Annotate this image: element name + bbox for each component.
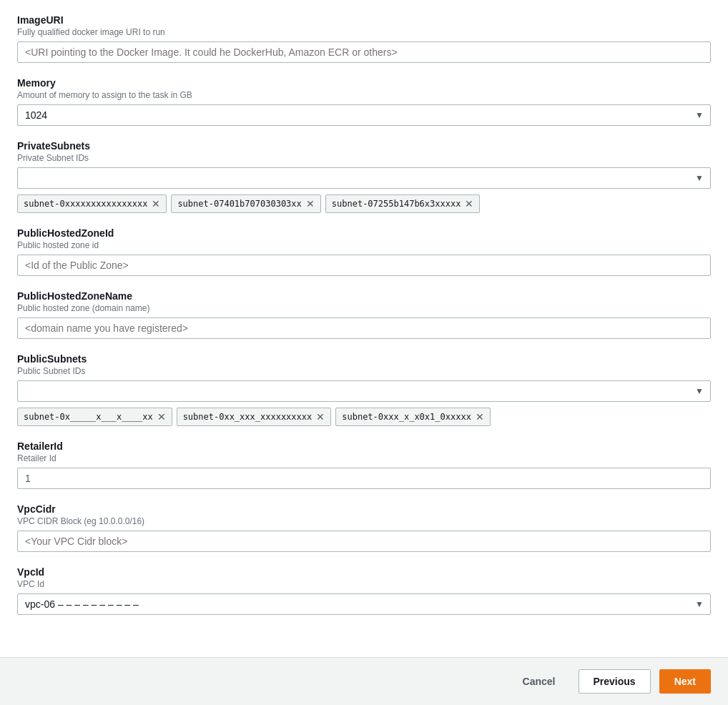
previous-button[interactable]: Previous	[579, 669, 651, 694]
public-subnets-select[interactable]	[17, 380, 711, 402]
private-subnets-select[interactable]	[17, 167, 711, 189]
public-hosted-zone-name-description: Public hosted zone (domain name)	[17, 303, 711, 313]
vpc-cidr-description: VPC CIDR Block (eg 10.0.0.0/16)	[17, 516, 711, 526]
public-hosted-zone-id-label: PublicHostedZoneId	[17, 227, 711, 239]
retailer-id-input[interactable]	[17, 468, 711, 489]
memory-select-wrapper: 512 1024 2048 4096 ▼	[17, 104, 711, 126]
next-button[interactable]: Next	[659, 669, 711, 694]
private-subnets-field-group: PrivateSubnets Private Subnet IDs ▼ subn…	[17, 140, 711, 213]
form-content: ImageURI Fully qualified docker image UR…	[0, 0, 728, 657]
vpc-cidr-label: VpcCidr	[17, 503, 711, 515]
public-hosted-zone-id-field-group: PublicHostedZoneId Public hosted zone id	[17, 227, 711, 276]
public-subnet-tag-2-close[interactable]: ✕	[316, 411, 325, 423]
retailer-id-description: Retailer Id	[17, 453, 711, 463]
private-subnets-label: PrivateSubnets	[17, 140, 711, 152]
public-subnets-select-wrapper: ▼	[17, 380, 711, 402]
private-subnets-select-wrapper: ▼	[17, 167, 711, 189]
public-hosted-zone-name-field-group: PublicHostedZoneName Public hosted zone …	[17, 290, 711, 339]
retailer-id-field-group: RetailerId Retailer Id	[17, 440, 711, 489]
public-subnet-tag-1: subnet-0x_____x___x____xx ✕	[17, 408, 172, 426]
public-hosted-zone-id-description: Public hosted zone id	[17, 240, 711, 250]
public-subnet-tag-3-text: subnet-0xxx_x_x0x1_0xxxxx	[342, 412, 471, 422]
memory-field-group: Memory Amount of memory to assign to the…	[17, 77, 711, 126]
private-subnets-tags: subnet-0xxxxxxxxxxxxxxxx ✕ subnet-07401b…	[17, 194, 711, 213]
cancel-button[interactable]: Cancel	[508, 670, 570, 693]
vpc-id-field-group: VpcId VPC Id vpc-06 – – – – – – – – – – …	[17, 566, 711, 615]
private-subnet-tag-1-text: subnet-0xxxxxxxxxxxxxxxx	[24, 199, 147, 209]
vpc-cidr-input[interactable]	[17, 531, 711, 552]
vpc-id-select[interactable]: vpc-06 – – – – – – – – – –	[17, 593, 711, 615]
imageuri-description: Fully qualified docker image URI to run	[17, 27, 711, 37]
public-subnet-tag-3: subnet-0xxx_x_x0x1_0xxxxx ✕	[335, 408, 491, 426]
public-subnets-tags: subnet-0x_____x___x____xx ✕ subnet-0xx_x…	[17, 408, 711, 426]
private-subnet-tag-2-close[interactable]: ✕	[306, 198, 315, 209]
vpc-id-select-wrapper: vpc-06 – – – – – – – – – – ▼	[17, 593, 711, 615]
private-subnet-tag-1-close[interactable]: ✕	[152, 198, 160, 209]
public-subnet-tag-1-close[interactable]: ✕	[157, 411, 166, 423]
private-subnets-description: Private Subnet IDs	[17, 153, 711, 163]
memory-select[interactable]: 512 1024 2048 4096	[17, 104, 711, 126]
public-subnet-tag-2-text: subnet-0xx_xxx_xxxxxxxxxx	[183, 412, 313, 422]
public-subnets-description: Public Subnet IDs	[17, 366, 711, 376]
public-subnet-tag-2: subnet-0xx_xxx_xxxxxxxxxx ✕	[177, 408, 332, 426]
public-subnet-tag-1-text: subnet-0x_____x___x____xx	[24, 412, 153, 422]
vpc-id-label: VpcId	[17, 566, 711, 578]
footer: Cancel Previous Next	[0, 657, 728, 705]
memory-label: Memory	[17, 77, 711, 89]
imageuri-input[interactable]	[17, 41, 711, 63]
public-subnets-field-group: PublicSubnets Public Subnet IDs ▼ subnet…	[17, 353, 711, 426]
public-hosted-zone-id-input[interactable]	[17, 255, 711, 276]
retailer-id-label: RetailerId	[17, 440, 711, 452]
imageuri-label: ImageURI	[17, 14, 711, 26]
private-subnet-tag-3-text: subnet-07255b147b6x3xxxxx	[332, 199, 461, 209]
private-subnet-tag-3: subnet-07255b147b6x3xxxxx ✕	[325, 194, 481, 213]
private-subnet-tag-2-text: subnet-07401b707030303xx	[177, 199, 301, 209]
vpc-id-description: VPC Id	[17, 579, 711, 589]
private-subnet-tag-1: subnet-0xxxxxxxxxxxxxxxx ✕	[17, 194, 167, 213]
public-hosted-zone-name-input[interactable]	[17, 317, 711, 339]
public-hosted-zone-name-label: PublicHostedZoneName	[17, 290, 711, 302]
private-subnet-tag-3-close[interactable]: ✕	[465, 198, 473, 209]
public-subnets-label: PublicSubnets	[17, 353, 711, 365]
vpc-cidr-field-group: VpcCidr VPC CIDR Block (eg 10.0.0.0/16)	[17, 503, 711, 552]
public-subnet-tag-3-close[interactable]: ✕	[476, 411, 484, 423]
memory-description: Amount of memory to assign to the task i…	[17, 90, 711, 100]
imageuri-field-group: ImageURI Fully qualified docker image UR…	[17, 14, 711, 63]
private-subnet-tag-2: subnet-07401b707030303xx ✕	[171, 194, 320, 213]
